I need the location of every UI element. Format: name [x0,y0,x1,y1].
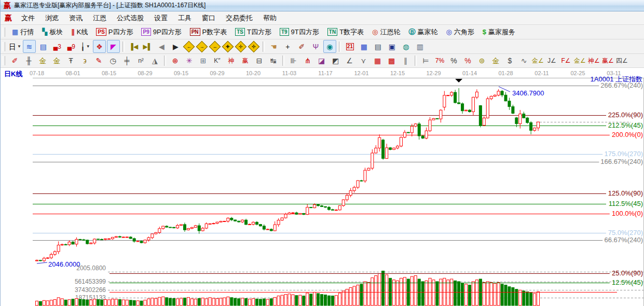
period-day-select[interactable]: 日▼ [8,40,22,53]
kline-chart-canvas[interactable]: 07-1808-0108-1508-2909-1509-2910-2011-03… [1,68,644,306]
menu-formula-stock-pick[interactable]: 公式选股 [112,12,149,24]
menu-tools[interactable]: 工具 [173,12,197,24]
calculator-button[interactable]: ▦ [358,40,371,53]
web-export-button[interactable]: ◍ [400,40,413,53]
fan-dark-tool[interactable]: ◩ [329,54,342,67]
quotes-button[interactable]: ▦行情 [8,25,38,39]
volume-profile-tool[interactable]: ⊨ [419,54,432,67]
sectors-button[interactable]: ▚板块 [38,25,67,39]
gold-level-tool[interactable]: 金 [489,54,502,67]
gold-ruler-2-tool[interactable]: 金 [50,54,63,67]
quote-list-button[interactable]: ▤ [37,40,50,53]
p-square-button[interactable]: PSP四方形 [92,25,137,39]
shift-right-button[interactable]: → [196,40,208,52]
menu-trade-order[interactable]: 交易委托 [221,12,258,24]
menu-browse[interactable]: 浏览 [40,12,64,24]
toolbar-grip[interactable] [3,42,5,51]
expand-x-button[interactable]: ↔ [209,40,221,52]
shen-tool[interactable]: 神 [225,54,238,67]
crosshair-button[interactable]: + [281,40,294,53]
workstation-button[interactable]: ▥ [414,40,427,53]
nine-p-square-button[interactable]: P99P四方形 [137,25,185,39]
t-square-button[interactable]: TST四方形 [231,25,276,39]
four-angle-tool[interactable]: 四∠ [615,54,628,67]
percent-7-tool[interactable]: 7% [433,54,446,67]
shen-angle-tool[interactable]: 神∠ [587,54,600,67]
peak-price-annotation[interactable]: 3406.7900 [512,89,544,97]
menu-news[interactable]: 资讯 [64,12,88,24]
zigzag-wave-tool[interactable]: ⋎ [357,54,370,67]
percent-line-tool[interactable]: % [461,54,474,67]
t-number-table-button[interactable]: TNT数字表 [323,25,368,39]
winner-service-button[interactable]: $赢家服务 [478,25,519,39]
marker-pen-tool[interactable]: ✎ [92,54,105,67]
f-ruler-tool[interactable]: Ŧ [64,54,77,67]
next-bar-button[interactable]: ▶ [169,40,182,53]
drag-hand-button[interactable]: ☚ [267,40,280,53]
kline-chart-panel[interactable]: 07-1808-0108-1508-2909-1509-2910-2011-03… [1,68,644,306]
gold-angle-tool[interactable]: 金∠ [531,54,544,67]
win-tool[interactable]: 赢 [239,54,252,67]
shift-left-button[interactable]: ← [183,40,195,52]
p-number-table-button[interactable]: PNP数字表 [186,25,231,39]
first-bar-button[interactable]: ▐◀ [127,40,140,53]
fan-box-tool[interactable]: ◪ [315,54,328,67]
win-angle-tool[interactable]: 赢∠ [601,54,614,67]
candle-style-select[interactable]: ╽▼ [79,40,92,53]
last-bar-button[interactable]: ▶▌ [141,40,154,53]
memo-button[interactable]: ▤ [372,40,385,53]
ruler-123-tool[interactable]: ⊟ [253,54,266,67]
menu-help[interactable]: 帮助 [258,12,282,24]
menu-gann[interactable]: 江恩 [88,12,112,24]
mirror-angle-tool[interactable]: ◮ [148,54,161,67]
toolbar-grip[interactable] [3,27,5,37]
gold-circle-tool[interactable]: ⊚ [475,54,488,67]
start-price-annotation[interactable]: 2046.0000 [48,260,80,268]
brush-tool[interactable]: ✐ [8,54,21,67]
angle-lines-tool[interactable]: ∠ [343,54,356,67]
ruler-tool[interactable]: ╫ [22,54,35,67]
grid-web-tool[interactable]: ⊞ [197,54,210,67]
toolbar-grip[interactable] [3,56,5,65]
winner-wheel-button[interactable]: Ⓑ赢家轮 [404,25,442,39]
kline-button[interactable]: ∥K线 [67,25,92,39]
wave-tool[interactable]: ∿ [517,54,530,67]
time-cycle-tool[interactable]: ◷ [106,54,119,67]
k-notation-tool[interactable]: K″ [211,54,224,67]
nine-t-square-button[interactable]: T99T四方形 [276,25,323,39]
red-grid-tool[interactable]: ▦ [371,54,384,67]
pattern-overlay-button[interactable]: ❖ [93,40,106,53]
prev-bar-button[interactable]: ◀ [155,40,168,53]
mini-bars-9-button[interactable]: ▄9 [65,40,78,53]
menu-window[interactable]: 窗口 [197,12,221,24]
star-web-tool[interactable]: ✳ [183,54,196,67]
circle-cross-tool[interactable]: ⊕ [169,54,182,67]
smart-analysis-button[interactable]: ◉ [323,40,336,53]
gold-ruler-tool[interactable]: 金 [36,54,49,67]
expand-all-button[interactable]: ✢ [235,40,247,52]
calendar-button[interactable]: 21 [344,40,357,53]
percent-tool[interactable]: % [447,54,460,67]
money-pen-tool[interactable]: $ [503,54,516,67]
tick-ruler-tool[interactable]: ╪ [120,54,133,67]
parallel-lines-tool[interactable]: ∥ [399,54,412,67]
hexagon-button[interactable]: ◎六角形 [442,25,478,39]
color-histogram-button[interactable]: ◤ [107,40,120,53]
fit-all-button[interactable]: ✣ [248,40,260,52]
gann-wheel-button[interactable]: ◎江恩轮 [368,25,404,39]
f-angle-tool[interactable]: F∠ [559,54,572,67]
span-measure-tool[interactable]: ↹ [267,54,280,67]
trendline-zoom-button[interactable]: ✐ [295,40,308,53]
mini-bars-3-button[interactable]: ▄3 [51,40,64,53]
fan-red-tool[interactable]: ⋔ [301,54,314,67]
menu-settings[interactable]: 设置 [149,12,173,24]
compress-x-button[interactable]: ✚ [222,40,234,52]
n-square-tool[interactable]: n² [134,54,147,67]
spiral-tool[interactable]: ϶ [78,54,91,67]
gold-angle-2-tool[interactable]: 金∠ [573,54,586,67]
gann-tool-button[interactable]: Ψ [309,40,322,53]
zigzag-window-button[interactable]: ≋ [23,40,36,53]
save-button[interactable]: ▣ [386,40,399,53]
j-angle-tool[interactable]: J∠ [545,54,558,67]
red-grid-2-tool[interactable]: ▩ [385,54,398,67]
